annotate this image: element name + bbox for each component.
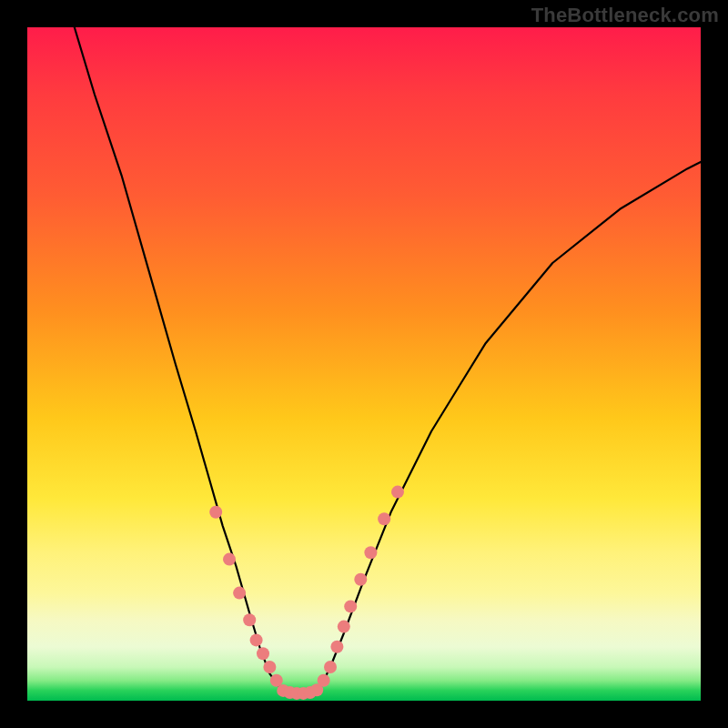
data-marker <box>354 573 367 586</box>
data-marker <box>364 546 377 559</box>
data-marker <box>263 661 276 673</box>
chart-frame: TheBottleneck.com <box>0 0 728 728</box>
data-marker <box>209 506 222 519</box>
data-marker <box>324 661 337 673</box>
data-marker <box>391 486 404 499</box>
data-marker <box>344 600 357 612</box>
data-marker <box>378 512 390 525</box>
data-marker <box>233 587 246 600</box>
data-marker <box>330 641 343 653</box>
watermark-text: TheBottleneck.com <box>531 4 719 27</box>
data-marker <box>257 647 269 660</box>
data-marker <box>243 613 256 626</box>
data-marker <box>310 683 323 696</box>
v-curve-path <box>75 27 701 694</box>
bottleneck-curve <box>75 27 701 694</box>
curve-layer <box>27 27 701 701</box>
data-marker <box>223 553 236 566</box>
data-marker <box>338 621 350 633</box>
marker-layer <box>209 486 404 700</box>
plot-area <box>27 27 701 701</box>
data-marker <box>250 633 263 646</box>
